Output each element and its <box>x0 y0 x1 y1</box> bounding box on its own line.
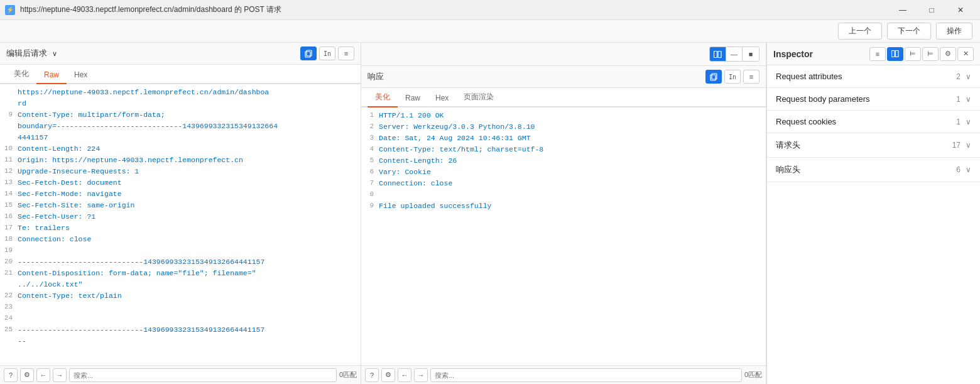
code-line: 3 Date: Sat, 24 Aug 2024 10:46:31 GMT <box>361 133 766 144</box>
code-line: 15 Sec-Fetch-Site: same-origin <box>0 200 361 211</box>
request-help-btn[interactable]: ? <box>4 368 18 382</box>
inspector-gear-btn[interactable]: ⚙ <box>940 47 956 61</box>
request-search-input[interactable] <box>69 368 337 382</box>
inspector-toolbar: ≡ ⊨ ⊨ ⚙ ✕ <box>869 47 974 61</box>
svg-rect-3 <box>718 51 721 57</box>
code-line: 17 Te: trailers <box>0 222 361 234</box>
response-back-btn[interactable]: ← <box>398 368 411 382</box>
inspector-close-btn[interactable]: ✕ <box>957 47 974 61</box>
code-line: -- <box>0 336 361 347</box>
chevron-down-icon: ∨ <box>966 118 971 126</box>
response-panel-title: 响应 <box>368 71 702 82</box>
app-icon: ⚡ <box>5 5 15 15</box>
response-tabs: 美化 Raw Hex 页面渲染 <box>361 88 766 107</box>
code-line: 9 Content-Type: multipart/form-data; <box>0 109 361 121</box>
response-search-input[interactable] <box>430 368 742 382</box>
section-name: Request body parameters <box>776 94 956 104</box>
restore-button[interactable]: □ <box>917 0 946 20</box>
request-copy-btn[interactable] <box>300 47 317 60</box>
inspector-panel-btn[interactable] <box>887 47 903 61</box>
tab-beautify-request[interactable]: 美化 <box>6 65 36 84</box>
section-header-response-headers[interactable]: 响应头 6 ∨ <box>767 158 980 182</box>
minimize-button[interactable]: — <box>888 0 917 20</box>
response-menu-btn[interactable]: ≡ <box>743 70 760 84</box>
request-panel-dropdown-icon[interactable]: ∨ <box>52 50 57 57</box>
inspector-align-right-btn[interactable]: ⊨ <box>922 47 939 61</box>
code-line: rd <box>0 98 361 109</box>
code-line: 12 Upgrade-Insecure-Requests: 1 <box>0 166 361 177</box>
section-header-cookies[interactable]: Request cookies 1 ∨ <box>767 111 980 133</box>
code-line: 13 Sec-Fetch-Dest: document <box>0 177 361 189</box>
request-match-count: 0匹配 <box>339 370 357 380</box>
svg-rect-0 <box>305 52 310 57</box>
code-line: 19 <box>0 245 361 256</box>
code-line: 20 -----------------------------14396993… <box>0 256 361 268</box>
inspector-align-left-btn[interactable]: ⊨ <box>905 47 921 61</box>
chevron-down-icon: ∨ <box>966 95 971 104</box>
code-line: 22 Content-Type: text/plain <box>0 290 361 302</box>
code-line: 10 Content-Length: 224 <box>0 143 361 155</box>
tab-beautify-response[interactable]: 美化 <box>368 88 398 107</box>
request-panel: 编辑后请求 ∨ In ≡ 美化 Raw Hex https://neptu <box>0 43 361 384</box>
response-forward-btn[interactable]: → <box>414 368 428 382</box>
response-stack-view-btn[interactable]: ■ <box>743 47 759 61</box>
request-settings-btn[interactable]: ⚙ <box>20 368 34 382</box>
code-line: 7 Connection: close <box>361 178 766 189</box>
response-settings-btn[interactable]: ⚙ <box>381 368 395 382</box>
section-name: Request cookies <box>776 117 956 126</box>
chevron-down-icon: ∨ <box>966 165 971 174</box>
section-header-request-headers[interactable]: 请求头 17 ∨ <box>767 133 980 157</box>
response-help-btn[interactable]: ? <box>365 368 379 382</box>
prev-button[interactable]: 上一个 <box>838 23 882 40</box>
svg-rect-2 <box>714 51 717 57</box>
response-panel: — ■ 响应 In ≡ 美化 Raw Hex 页面渲染 1 <box>361 43 766 384</box>
request-back-btn[interactable]: ← <box>36 368 50 382</box>
response-wrap-btn[interactable]: In <box>724 70 741 84</box>
inspector-body: Request attributes 2 ∨ Request body para… <box>767 65 980 384</box>
tab-hex-request[interactable]: Hex <box>67 67 95 84</box>
code-line: 8 <box>361 189 766 200</box>
titlebar: ⚡ https://neptune-49033.nepctf.lemonpref… <box>0 0 980 20</box>
request-panel-bottom: ? ⚙ ← → 0匹配 <box>0 365 361 384</box>
tab-hex-response[interactable]: Hex <box>428 90 456 107</box>
request-tabs: 美化 Raw Hex <box>0 65 361 84</box>
request-menu-btn[interactable]: ≡ <box>338 47 354 60</box>
code-line: 16 Sec-Fetch-User: ?1 <box>0 211 361 222</box>
code-line: 25 -----------------------------14396993… <box>0 324 361 336</box>
response-split-view-btn[interactable] <box>710 47 726 61</box>
tab-raw-request[interactable]: Raw <box>36 67 67 84</box>
svg-rect-6 <box>892 51 895 57</box>
svg-rect-7 <box>896 51 899 57</box>
close-button[interactable]: ✕ <box>946 0 975 20</box>
chevron-down-icon: ∨ <box>966 72 971 81</box>
code-line: 2 Server: Werkzeug/3.0.3 Python/3.8.10 <box>361 121 766 133</box>
code-line: https://neptune-49033.nepctf.lemonprefec… <box>0 87 361 98</box>
request-panel-title: 编辑后请求 ∨ <box>6 48 297 59</box>
response-code-area[interactable]: 1 HTTP/1.1 200 OK 2 Server: Werkzeug/3.0… <box>361 107 766 365</box>
response-copy-btn[interactable] <box>705 70 722 84</box>
tab-raw-response[interactable]: Raw <box>398 90 428 107</box>
next-button[interactable]: 下一个 <box>887 23 931 40</box>
section-count: 6 <box>956 165 961 174</box>
request-wrap-btn[interactable]: In <box>319 47 335 60</box>
window-title: https://neptune-49033.nepctf.lemonprefec… <box>20 4 888 15</box>
code-line: 21 Content-Disposition: form-data; name=… <box>0 268 361 279</box>
top-toolbar: 上一个 下一个 操作 <box>0 20 980 43</box>
response-single-view-btn[interactable]: — <box>726 47 743 61</box>
request-code-area[interactable]: https://neptune-49033.nepctf.lemonprefec… <box>0 84 361 365</box>
request-forward-btn[interactable]: → <box>53 368 67 382</box>
inspector-section-request-attributes: Request attributes 2 ∨ <box>767 65 980 88</box>
inspector-section-request-body: Request body parameters 1 ∨ <box>767 88 980 111</box>
inspector-title: Inspector <box>773 49 866 59</box>
inspector-list-btn[interactable]: ≡ <box>869 47 886 61</box>
section-count: 1 <box>956 118 961 126</box>
response-panel-header: 响应 In ≡ <box>361 66 766 88</box>
tab-render-response[interactable]: 页面渲染 <box>456 88 501 107</box>
svg-rect-4 <box>710 75 716 80</box>
section-header-request-body[interactable]: Request body parameters 1 ∨ <box>767 88 980 110</box>
code-line: 23 <box>0 302 361 313</box>
code-line: 5 Content-Length: 26 <box>361 155 766 167</box>
section-header-request-attributes[interactable]: Request attributes 2 ∨ <box>767 65 980 87</box>
response-top-icons: — ■ <box>361 43 766 66</box>
action-button[interactable]: 操作 <box>936 23 972 40</box>
